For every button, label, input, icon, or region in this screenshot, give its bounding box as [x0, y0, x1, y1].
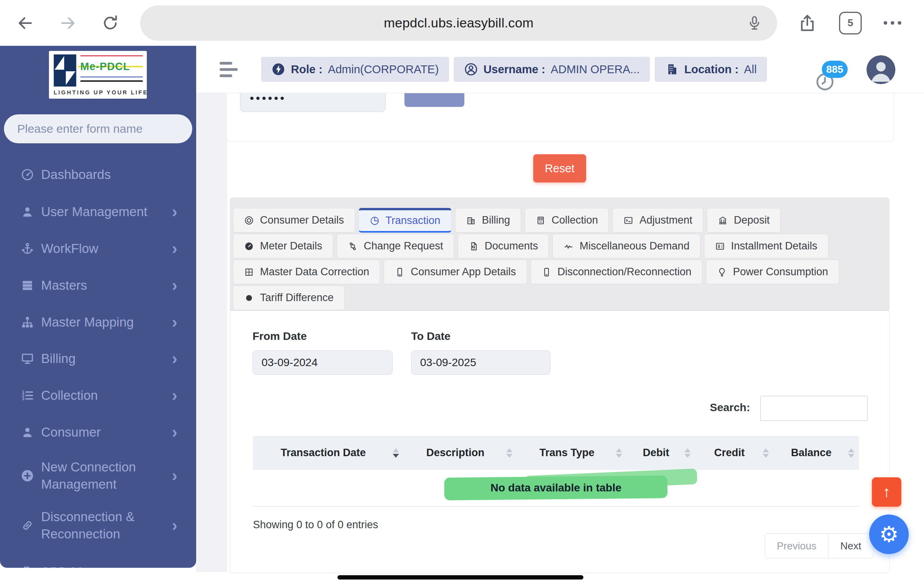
column-header-description[interactable]: Description [404, 436, 517, 470]
sidebar-item-new-connection-management[interactable]: New Connection Management› [0, 456, 196, 495]
bank-icon [718, 215, 728, 226]
column-header-trans-type[interactable]: Trans Type [517, 436, 627, 470]
sort-arrows-icon [616, 448, 622, 458]
card-list-icon [715, 241, 725, 251]
logo-stripe-red [80, 55, 143, 56]
column-header-credit[interactable]: Credit [695, 436, 774, 470]
tab-collection[interactable]: Collection [525, 208, 609, 233]
url-text[interactable]: mepdcl.ubs.ieasybill.com [140, 15, 777, 31]
tab-consumer-details[interactable]: Consumer Details [233, 208, 355, 233]
browser-toolbar: mepdcl.ubs.ieasybill.com 5 [0, 0, 924, 46]
sidebar-item-collection[interactable]: 123Collection› [0, 383, 196, 408]
sidebar-item-label: SPD Ma [41, 563, 176, 568]
role-badge[interactable]: Role : Admin(CORPORATE) [261, 57, 449, 82]
logo-stripe-dark [80, 80, 143, 82]
column-header-transaction-date[interactable]: Transaction Date [253, 436, 404, 470]
sort-arrows-icon [684, 448, 691, 458]
tab-documents[interactable]: Documents [458, 234, 549, 258]
chevron-right-icon: › [172, 517, 177, 534]
share-icon[interactable] [798, 13, 817, 33]
previous-page-button[interactable]: Previous [765, 534, 828, 558]
sort-arrows-icon [848, 448, 854, 458]
column-header-label: Description [404, 436, 517, 470]
tab-transaction[interactable]: Transaction [359, 208, 451, 233]
sidebar-item-masters[interactable]: Masters› [0, 273, 196, 298]
tab-deposit[interactable]: Deposit [707, 208, 781, 233]
tab-row: Master Data CorrectionConsumer App Detai… [230, 260, 889, 284]
column-header-label: Balance [774, 436, 859, 470]
building-icon [665, 62, 679, 76]
sidebar-item-consumer[interactable]: Consumer› [0, 419, 196, 445]
form-search-input[interactable] [4, 114, 192, 143]
tab-count-icon[interactable]: 5 [839, 12, 862, 34]
tab-adjustment[interactable]: Adjustment [612, 208, 703, 233]
tab-label: Adjustment [639, 214, 692, 226]
tab-power-consumption[interactable]: Power Consumption [706, 260, 839, 284]
table-search-input[interactable] [760, 396, 868, 421]
sidebar-item-label: Consumer [41, 424, 176, 441]
tab-disconnection-reconnection[interactable]: Disconnection/Reconnection [531, 260, 702, 284]
reset-button[interactable]: Reset [533, 154, 586, 182]
column-header-label: Credit [695, 436, 774, 470]
browser-forward-icon[interactable] [58, 13, 78, 33]
hamburger-menu-icon[interactable] [220, 62, 238, 77]
sidebar-item-dashboards[interactable]: Dashboards [0, 162, 196, 188]
browser-back-icon[interactable] [15, 13, 35, 33]
circles-icon [244, 215, 254, 226]
sidebar-item-label: Collection [41, 387, 176, 404]
column-header-balance[interactable]: Balance [774, 436, 859, 470]
tab-miscellaneous-demand[interactable]: Miscellaneous Demand [552, 234, 700, 258]
tab-installment-details[interactable]: Installment Details [704, 234, 828, 258]
scrolled-submit-button[interactable] [404, 93, 464, 107]
activity-icon [563, 241, 574, 251]
tab-tariff-difference[interactable]: Tariff Difference [233, 285, 345, 310]
sort-arrows-icon [393, 448, 399, 458]
tab-label: Change Request [364, 240, 443, 252]
session-timer[interactable]: 885 [815, 61, 862, 92]
tab-meter-details[interactable]: Meter Details [233, 234, 333, 258]
next-page-button[interactable]: Next [828, 534, 873, 558]
column-header-debit[interactable]: Debit [627, 436, 695, 470]
sidebar-item-billing[interactable]: Billing› [0, 346, 196, 372]
sidebar-item-label: WorkFlow [41, 240, 176, 257]
table-search-label: Search: [710, 401, 750, 414]
sidebar-item-label: Disconnection & Reconnection [41, 508, 176, 543]
location-badge[interactable]: Location : All [655, 57, 767, 82]
sidebar-item-user-management[interactable]: User Management› [0, 199, 196, 225]
building-calc-icon [466, 215, 476, 226]
scroll-to-top-button[interactable]: ↑ [872, 477, 901, 507]
home-indicator[interactable] [337, 575, 583, 580]
tab-label: Tariff Difference [260, 292, 334, 304]
from-date-input[interactable] [253, 350, 393, 375]
browser-actions: 5 [798, 12, 901, 34]
microphone-icon[interactable] [746, 14, 763, 32]
username-badge[interactable]: Username : ADMIN OPERA... [454, 57, 650, 82]
tab-strip: Consumer DetailsTransactionBillingCollec… [230, 198, 889, 311]
tab-master-data-correction[interactable]: Master Data Correction [233, 260, 380, 284]
tab-change-request[interactable]: Change Request [337, 234, 454, 258]
file-search-icon [469, 241, 479, 251]
browser-menu-icon[interactable] [884, 21, 901, 25]
content-left-gutter [196, 93, 227, 572]
tab-label: Disconnection/Reconnection [558, 266, 691, 278]
tab-billing[interactable]: Billing [455, 208, 521, 233]
browser-reload-icon[interactable] [100, 13, 121, 33]
sidebar-item-spd-ma[interactable]: SPD Ma [0, 559, 196, 568]
sidebar-item-master-mapping[interactable]: Master Mapping› [0, 309, 196, 335]
masked-password-field[interactable] [240, 93, 386, 112]
chevron-right-icon: › [172, 240, 177, 257]
link-icon [20, 518, 34, 533]
settings-gear-button[interactable]: ⚙ [869, 515, 909, 554]
username-value: ADMIN OPERA... [551, 63, 640, 76]
plus-circle-icon [20, 469, 34, 483]
sidebar-item-disconnection-reconnection[interactable]: Disconnection & Reconnection› [0, 506, 196, 545]
to-date-input[interactable] [411, 350, 550, 375]
chevron-right-icon: › [172, 204, 177, 220]
tab-label: Master Data Correction [260, 266, 369, 278]
sidebar-item-workflow[interactable]: WorkFlow› [0, 236, 196, 262]
app-logo[interactable]: Me-PDCL LIGHTING UP YOUR LIFE [49, 51, 147, 99]
user-icon [20, 425, 34, 439]
avatar[interactable] [866, 55, 895, 84]
tab-consumer-app-details[interactable]: Consumer App Details [384, 260, 527, 284]
address-bar[interactable]: mepdcl.ubs.ieasybill.com [140, 5, 777, 41]
